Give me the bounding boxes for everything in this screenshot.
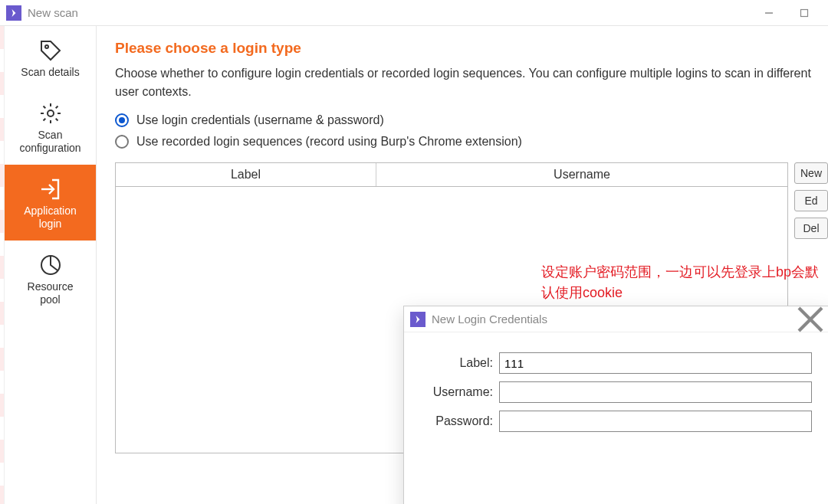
form-row-password: Password: xyxy=(422,411,812,432)
svg-point-3 xyxy=(48,110,54,116)
pie-icon xyxy=(38,253,63,277)
dialog-titlebar: New Login Credentials xyxy=(404,306,828,332)
login-icon xyxy=(38,177,63,201)
sidebar-item-label: Resource pool xyxy=(28,280,74,307)
radio-icon xyxy=(115,135,129,149)
table-header-label: Label xyxy=(116,163,376,186)
dialog-close-button[interactable] xyxy=(797,308,824,331)
window-titlebar: New scan xyxy=(0,0,828,26)
annotation-text: 设定账户密码范围，一边可以先登录上bp会默认使用cookie xyxy=(541,262,828,303)
new-login-dialog: New Login Credentials Label: Username: P… xyxy=(403,306,828,504)
edit-button[interactable]: Ed xyxy=(794,190,828,211)
radio-option-recorded[interactable]: Use recorded login sequences (record usi… xyxy=(115,135,828,149)
sidebar-item-label: Scan configuration xyxy=(19,129,80,155)
maximize-button[interactable] xyxy=(787,1,822,25)
radio-label: Use recorded login sequences (record usi… xyxy=(136,135,522,149)
app-icon xyxy=(410,312,426,327)
dialog-title: New Login Credentials xyxy=(432,313,547,326)
sidebar-item-label: Scan details xyxy=(21,66,79,80)
radio-option-credentials[interactable]: Use login credentials (username & passwo… xyxy=(115,113,828,127)
form-row-username: Username: xyxy=(422,381,812,403)
new-button[interactable]: New xyxy=(794,162,828,184)
window-title: New scan xyxy=(28,6,78,19)
app-icon xyxy=(6,5,21,21)
sidebar-item-application-login[interactable]: Application login xyxy=(5,165,96,241)
field-label: Label: xyxy=(422,356,493,370)
body: Scan details Scan configuration Applicat… xyxy=(0,26,828,504)
table-header-username: Username xyxy=(376,163,787,186)
sidebar-item-label: Application login xyxy=(24,205,77,231)
page-heading: Please choose a login type xyxy=(115,40,828,57)
form-row-label: Label: xyxy=(422,352,812,374)
table-header-row: Label Username xyxy=(116,163,787,187)
label-input[interactable] xyxy=(499,352,812,374)
sidebar: Scan details Scan configuration Applicat… xyxy=(5,26,97,504)
password-input[interactable] xyxy=(499,411,812,432)
sidebar-item-resource-pool[interactable]: Resource pool xyxy=(5,241,96,316)
sidebar-item-scan-configuration[interactable]: Scan configuration xyxy=(5,89,96,165)
svg-point-2 xyxy=(45,45,48,48)
field-label: Password: xyxy=(422,414,493,428)
sidebar-item-scan-details[interactable]: Scan details xyxy=(5,26,96,89)
svg-rect-1 xyxy=(801,9,808,16)
main-content: Please choose a login type Choose whethe… xyxy=(97,26,828,504)
delete-button[interactable]: Del xyxy=(794,218,828,239)
gear-icon xyxy=(38,101,63,126)
page-description: Choose whether to configure login creden… xyxy=(115,64,828,101)
minimize-button[interactable] xyxy=(751,1,787,25)
radio-label: Use login credentials (username & passwo… xyxy=(136,113,384,127)
tag-icon xyxy=(38,38,63,63)
username-input[interactable] xyxy=(499,381,812,403)
radio-icon xyxy=(115,113,129,127)
dialog-form: Label: Username: Password: xyxy=(404,332,828,460)
field-label: Username: xyxy=(422,385,493,399)
